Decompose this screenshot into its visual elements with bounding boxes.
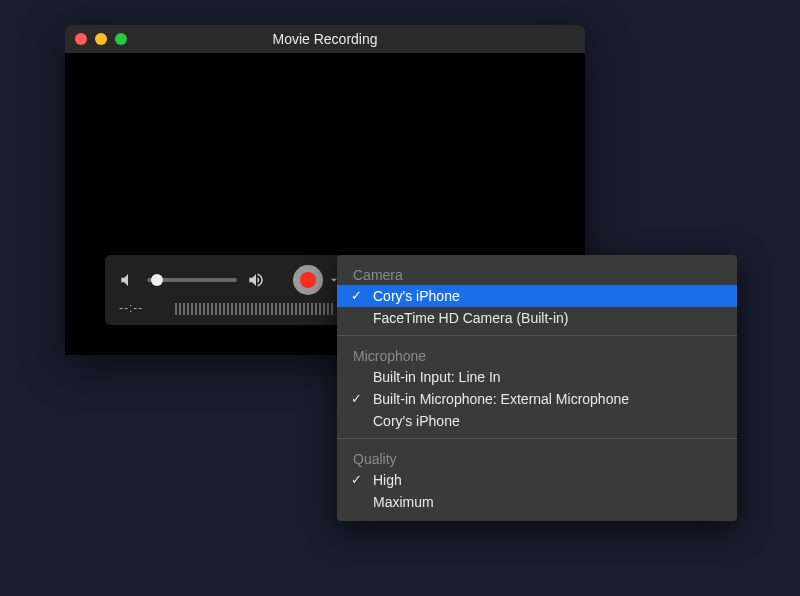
menu-item-label: Built-in Input: Line In <box>373 369 501 385</box>
minimize-button[interactable] <box>95 33 107 45</box>
quality-section-header: Quality <box>337 445 737 469</box>
camera-section-header: Camera <box>337 261 737 285</box>
menu-item-label: High <box>373 472 402 488</box>
camera-option-facetime[interactable]: FaceTime HD Camera (Built-in) <box>337 307 737 329</box>
menu-item-label: Cory's iPhone <box>373 288 460 304</box>
titlebar[interactable]: Movie Recording <box>65 25 585 53</box>
menu-divider <box>337 335 737 336</box>
audio-level-meter <box>175 301 333 315</box>
quality-option-high[interactable]: ✓ High <box>337 469 737 491</box>
traffic-lights <box>75 33 127 45</box>
volume-slider[interactable] <box>147 278 237 282</box>
record-options-menu[interactable]: Camera ✓ Cory's iPhone FaceTime HD Camer… <box>337 255 737 521</box>
checkmark-icon: ✓ <box>351 391 362 406</box>
menu-divider <box>337 438 737 439</box>
window-title: Movie Recording <box>65 31 585 47</box>
menu-item-label: Built-in Microphone: External Microphone <box>373 391 629 407</box>
volume-slider-knob[interactable] <box>151 274 163 286</box>
volume-low-icon <box>119 271 137 289</box>
microphone-option-line-in[interactable]: Built-in Input: Line In <box>337 366 737 388</box>
menu-item-label: Maximum <box>373 494 434 510</box>
checkmark-icon: ✓ <box>351 472 362 487</box>
camera-option-corys-iphone[interactable]: ✓ Cory's iPhone <box>337 285 737 307</box>
microphone-option-corys-iphone[interactable]: Cory's iPhone <box>337 410 737 432</box>
microphone-option-external[interactable]: ✓ Built-in Microphone: External Micropho… <box>337 388 737 410</box>
quality-option-maximum[interactable]: Maximum <box>337 491 737 513</box>
record-button[interactable] <box>293 265 323 295</box>
maximize-button[interactable] <box>115 33 127 45</box>
elapsed-time: --:-- <box>119 301 159 315</box>
menu-item-label: Cory's iPhone <box>373 413 460 429</box>
menu-item-label: FaceTime HD Camera (Built-in) <box>373 310 569 326</box>
volume-high-icon <box>247 271 265 289</box>
close-button[interactable] <box>75 33 87 45</box>
microphone-section-header: Microphone <box>337 342 737 366</box>
record-dot-icon <box>300 272 316 288</box>
checkmark-icon: ✓ <box>351 288 362 303</box>
